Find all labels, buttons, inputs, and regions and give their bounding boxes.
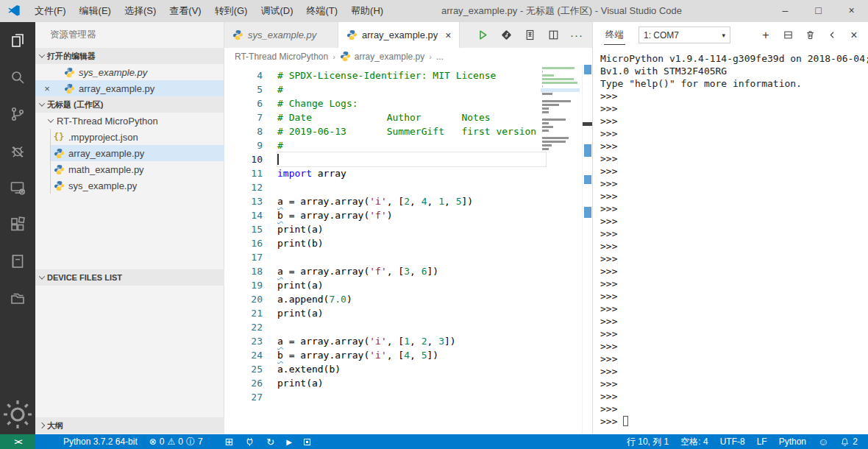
- code-line[interactable]: 4# SPDX-License-Identifier: MIT License: [224, 68, 592, 82]
- code-line[interactable]: 20a.append(7.0): [224, 292, 592, 306]
- code-line[interactable]: 11import array: [224, 166, 592, 180]
- indentation-status[interactable]: 空格: 4: [675, 434, 714, 449]
- notebook-icon[interactable]: [0, 243, 35, 280]
- python-interpreter-status[interactable]: Python 3.7.2 64-bit: [57, 434, 143, 449]
- menu-help[interactable]: 帮助(H): [344, 0, 390, 22]
- code-line[interactable]: 18a = array.array('f', [3, 6]): [224, 264, 592, 278]
- tree-file-sys-example[interactable]: sys_example.py: [51, 177, 224, 194]
- code-line[interactable]: 7# Date Author Notes: [224, 110, 592, 124]
- code-line[interactable]: 25a.extend(b): [224, 362, 592, 376]
- terminal-selector-dropdown[interactable]: 1: COM7 ▾: [638, 26, 730, 43]
- minimap[interactable]: [541, 66, 580, 184]
- breadcrumb[interactable]: RT-Thread MicroPython › array_example.py…: [224, 48, 592, 65]
- code-line[interactable]: 14b = array.array('f'): [224, 208, 592, 222]
- more-actions-icon[interactable]: ···: [570, 32, 583, 39]
- device-files-list-header[interactable]: DEVICE FILES LIST: [35, 269, 224, 286]
- maximize-button[interactable]: □: [802, 0, 835, 22]
- code-line[interactable]: 16print(b): [224, 236, 592, 250]
- code-line[interactable]: 24b = array.array('i', [4, 5]): [224, 348, 592, 362]
- board-icon[interactable]: ⊞: [219, 434, 240, 449]
- code-line[interactable]: 9#: [224, 138, 592, 152]
- debug-icon[interactable]: [0, 132, 35, 169]
- python-icon: [232, 29, 243, 41]
- sync-icon[interactable]: ↻: [260, 434, 280, 449]
- tab-sys-example[interactable]: sys_example.py: [224, 22, 338, 48]
- close-panel-icon[interactable]: ×: [847, 29, 861, 42]
- line-number: 16: [224, 236, 263, 250]
- remote-device-icon[interactable]: [0, 169, 35, 206]
- open-editor-array-example[interactable]: × array_example.py: [35, 80, 224, 96]
- search-icon[interactable]: [0, 59, 35, 96]
- run-icon[interactable]: [476, 29, 489, 42]
- previous-terminal-icon[interactable]: [825, 29, 839, 42]
- code-line[interactable]: 23a = array.array('i', [1, 2, 3]): [224, 334, 592, 348]
- extensions-icon[interactable]: [0, 206, 35, 243]
- code-line[interactable]: 27: [224, 390, 592, 404]
- problems-status[interactable]: ⊗0 ⚠0 ⓘ7: [143, 434, 209, 449]
- tree-folder-rtthread[interactable]: RT-Thread MicroPython: [35, 113, 224, 129]
- overview-ruler[interactable]: [582, 65, 592, 434]
- split-terminal-icon[interactable]: [781, 29, 794, 42]
- code-line[interactable]: 12: [224, 180, 592, 194]
- close-icon[interactable]: ×: [445, 29, 451, 41]
- code-line[interactable]: 13a = array.array('i', [2, 4, 1, 5]): [224, 194, 592, 208]
- run-file-icon[interactable]: ▶: [280, 434, 298, 449]
- eol-status[interactable]: LF: [751, 434, 773, 449]
- code-line[interactable]: 17: [224, 250, 592, 264]
- usb-plug-icon[interactable]: [239, 434, 260, 449]
- encoding-status[interactable]: UTF-8: [714, 434, 751, 449]
- close-icon[interactable]: ×: [41, 83, 53, 94]
- line-number: 13: [224, 194, 263, 208]
- breadcrumb-file[interactable]: array_example.py: [355, 52, 424, 62]
- menu-selection[interactable]: 选择(S): [118, 0, 163, 22]
- code-line[interactable]: 26print(a): [224, 376, 592, 390]
- open-editor-sys-example[interactable]: × sys_example.py: [35, 64, 224, 80]
- menu-edit[interactable]: 编辑(E): [73, 0, 118, 22]
- code-editor[interactable]: 4# SPDX-License-Identifier: MIT License5…: [224, 65, 592, 434]
- remote-indicator[interactable]: ><: [0, 434, 35, 449]
- new-terminal-icon[interactable]: +: [759, 29, 772, 42]
- menu-view[interactable]: 查看(V): [163, 0, 207, 22]
- python-icon: [53, 180, 65, 191]
- close-window-button[interactable]: ×: [835, 0, 868, 22]
- feedback-smiley-icon[interactable]: ☺: [812, 434, 834, 449]
- terminal-output[interactable]: MicroPython v1.9.4-114-g309fe39d on 2018…: [593, 48, 868, 434]
- menu-terminal[interactable]: 终端(T): [299, 0, 344, 22]
- rt-thread-download-icon[interactable]: [499, 29, 513, 42]
- python-icon: [63, 82, 75, 94]
- settings-gear-icon[interactable]: [0, 395, 35, 434]
- code-line[interactable]: 10: [224, 152, 592, 166]
- line-number: 23: [224, 334, 263, 348]
- menu-debug[interactable]: 调试(D): [254, 0, 299, 22]
- code-line[interactable]: 22: [224, 320, 592, 334]
- workspace-header[interactable]: 无标题 (工作区): [35, 96, 224, 113]
- tree-file-array-example[interactable]: array_example.py: [51, 145, 224, 161]
- stop-icon[interactable]: [298, 434, 316, 449]
- tree-file-mpyproject[interactable]: {} .mpyproject.json: [51, 129, 224, 145]
- code-line[interactable]: 19print(a): [224, 278, 592, 292]
- tree-file-math-example[interactable]: math_example.py: [51, 161, 224, 177]
- tab-array-example[interactable]: array_example.py ×: [338, 22, 460, 48]
- split-editor-icon[interactable]: [547, 29, 560, 42]
- code-line[interactable]: 5#: [224, 82, 592, 96]
- minimize-button[interactable]: –: [769, 0, 802, 22]
- breadcrumb-symbol[interactable]: ...: [436, 52, 444, 62]
- terminal-tab[interactable]: 终端: [604, 26, 625, 45]
- menu-file[interactable]: 文件(F): [28, 0, 73, 22]
- open-file-icon[interactable]: [523, 29, 536, 42]
- menu-goto[interactable]: 转到(G): [208, 0, 255, 22]
- source-control-icon[interactable]: [0, 96, 35, 132]
- kill-terminal-icon[interactable]: [803, 29, 817, 42]
- breadcrumb-folder[interactable]: RT-Thread MicroPython: [235, 52, 328, 62]
- code-line[interactable]: 21print(a): [224, 306, 592, 320]
- code-line[interactable]: 6# Change Logs:: [224, 96, 592, 110]
- open-editors-header[interactable]: 打开的编辑器: [35, 48, 224, 64]
- device-folder-icon[interactable]: [0, 280, 35, 317]
- cursor-position-status[interactable]: 行 10, 列 1: [621, 434, 675, 449]
- code-line[interactable]: 15print(a): [224, 222, 592, 236]
- outline-header[interactable]: 大纲: [35, 417, 224, 434]
- language-mode-status[interactable]: Python: [773, 434, 812, 449]
- code-line[interactable]: 8# 2019-06-13 SummerGift first version: [224, 124, 592, 138]
- explorer-icon[interactable]: [0, 22, 35, 59]
- notifications-bell[interactable]: 2: [834, 434, 868, 449]
